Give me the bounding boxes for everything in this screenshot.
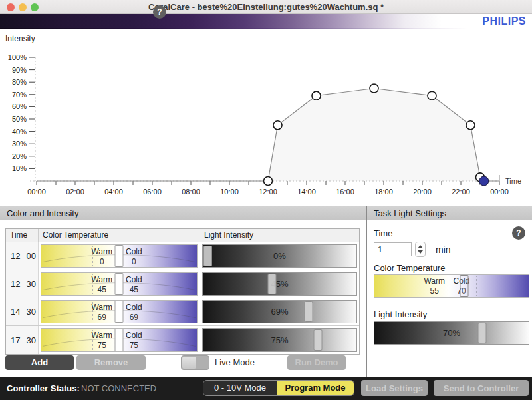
- row-time: 17 30: [6, 326, 39, 354]
- chart-setpoint[interactable]: [428, 91, 436, 100]
- row-light-intensity-cell[interactable]: 45%: [200, 270, 359, 298]
- stepper-up-icon[interactable]: [418, 245, 423, 248]
- chart-canvas[interactable]: 00:0002:0004:0006:0008:0010:0012:0014:00…: [0, 29, 532, 205]
- row-color-temperature-cell[interactable]: Warm 0 Cold 0: [39, 242, 200, 270]
- color-temperature-track[interactable]: Warm 55 Cold 70: [374, 274, 529, 298]
- row-color-temperature-cell[interactable]: Warm 75 Cold 75: [39, 326, 200, 354]
- x-tick-label: 06:00: [143, 188, 162, 196]
- row-time-hour: 12: [11, 279, 20, 289]
- y-axis-title: Intensity: [5, 34, 35, 43]
- status-help-button[interactable]: ?: [153, 5, 166, 19]
- task-time-input[interactable]: [374, 242, 412, 256]
- row-time-hour: 14: [11, 307, 20, 317]
- column-header-light-intensity: Light Intensity: [200, 229, 359, 242]
- light-intensity-handle[interactable]: [314, 329, 323, 351]
- y-tick-label: 40%: [12, 128, 27, 136]
- color-temperature-handle[interactable]: [460, 275, 468, 297]
- task-color-temperature-slider[interactable]: Warm 55 Cold 70: [374, 274, 529, 298]
- slider-gridline: [144, 274, 144, 294]
- live-mode-label: Live Mode: [215, 357, 255, 367]
- row-color-temperature-cell[interactable]: Warm 69 Cold 69: [39, 298, 200, 325]
- light-intensity-track[interactable]: 69%: [202, 300, 357, 323]
- chart-setpoint[interactable]: [264, 177, 273, 186]
- row-light-intensity-cell[interactable]: 75%: [200, 326, 359, 354]
- warm-label: Warm: [91, 303, 112, 312]
- task-time-unit: min: [436, 244, 451, 255]
- chart-setpoint[interactable]: [466, 121, 475, 130]
- light-intensity-track[interactable]: 0%: [202, 244, 357, 268]
- y-tick-label: 10%: [12, 164, 27, 172]
- cold-label: Cold: [126, 331, 142, 340]
- table-row[interactable]: 12 00 Warm 0 Cold 0: [6, 242, 359, 270]
- add-button[interactable]: Add: [5, 355, 74, 370]
- live-mode-toggle[interactable]: [181, 355, 209, 370]
- load-settings-button[interactable]: Load Settings: [361, 380, 428, 396]
- warm-label: Warm: [424, 276, 445, 286]
- x-axis-title: Time: [505, 177, 521, 185]
- task-light-settings-panel-title: Task Light Settings: [367, 206, 532, 220]
- task-help-button[interactable]: ?: [512, 226, 525, 240]
- slider-gridline: [144, 330, 144, 350]
- color-temperature-track[interactable]: Warm 69 Cold 69: [41, 300, 198, 323]
- light-intensity-track[interactable]: 45%: [202, 272, 357, 296]
- color-temperature-track[interactable]: Warm 0 Cold 0: [41, 244, 198, 268]
- color-and-intensity-panel-title: Color and Intensity: [0, 206, 366, 220]
- toggle-knob: [182, 357, 196, 369]
- x-tick-label: 14:00: [297, 188, 316, 196]
- table-row[interactable]: 17 30 Warm 75 Cold 75: [6, 326, 359, 354]
- row-time-minute: 30: [26, 335, 35, 345]
- light-intensity-handle[interactable]: [478, 323, 487, 343]
- intensity-chart[interactable]: 00:0002:0004:0006:0008:0010:0012:0014:00…: [0, 29, 532, 205]
- color-temperature-track[interactable]: Warm 75 Cold 75: [41, 328, 198, 352]
- table-row[interactable]: 14 30 Warm 69 Cold 69: [6, 298, 359, 326]
- current-time-marker: [479, 176, 489, 186]
- cold-label: Cold: [126, 275, 142, 284]
- light-intensity-track[interactable]: 75%: [202, 328, 357, 352]
- chart-setpoint[interactable]: [312, 91, 321, 100]
- x-tick-label: 08:00: [182, 188, 200, 196]
- color-temperature-handle[interactable]: [115, 273, 124, 295]
- row-light-intensity-cell[interactable]: 0%: [200, 242, 359, 270]
- warm-value: 0: [91, 257, 112, 267]
- light-intensity-handle[interactable]: [305, 301, 313, 322]
- warm-readout: Warm 55: [424, 276, 445, 296]
- warm-readout: Warm 0: [91, 247, 112, 267]
- program-mode-button[interactable]: Program Mode: [277, 381, 354, 395]
- color-temperature-handle[interactable]: [115, 329, 124, 351]
- send-to-controller-button[interactable]: Send to Controller: [434, 380, 529, 396]
- row-light-intensity-cell[interactable]: 69%: [200, 298, 359, 325]
- row-time: 12 00: [6, 242, 39, 270]
- warm-readout: Warm 45: [91, 275, 112, 295]
- philips-logo: PHILIPS: [482, 15, 526, 27]
- color-temperature-track[interactable]: Warm 45 Cold 45: [41, 272, 198, 296]
- run-demo-button[interactable]: Run Demo: [287, 355, 346, 370]
- task-light-intensity-slider[interactable]: 70%: [374, 321, 529, 345]
- brand-banner: PHILIPS: [0, 14, 532, 29]
- cold-readout: Cold 69: [126, 303, 142, 323]
- chart-setpoint[interactable]: [273, 121, 282, 130]
- window-title: CoralCare - beste%20Einstellung:gutes%20…: [0, 2, 532, 12]
- row-time: 14 30: [6, 298, 39, 325]
- controller-status-value: NOT CONNECTED: [81, 383, 156, 393]
- color-temperature-handle[interactable]: [115, 245, 124, 267]
- warm-value: 69: [91, 313, 112, 323]
- light-intensity-handle[interactable]: [203, 246, 212, 266]
- color-temperature-handle[interactable]: [115, 301, 124, 323]
- column-header-time: Time: [6, 229, 39, 242]
- table-row[interactable]: 12 30 Warm 45 Cold 45: [6, 270, 359, 298]
- cold-value: 75: [126, 341, 142, 351]
- row-color-temperature-cell[interactable]: Warm 45 Cold 45: [39, 270, 200, 298]
- row-time-hour: 17: [11, 335, 20, 345]
- x-tick-label: 04:00: [104, 188, 123, 196]
- light-intensity-track[interactable]: 70%: [374, 321, 529, 345]
- time-stepper[interactable]: [415, 242, 426, 257]
- chart-setpoint[interactable]: [370, 84, 378, 93]
- task-time-label: Time: [374, 228, 392, 238]
- row-time-minute: 00: [26, 251, 35, 261]
- x-tick-label: 10:00: [220, 188, 239, 196]
- mode-0-10v-button[interactable]: 0 - 10V Mode: [203, 381, 277, 395]
- y-tick-label: 20%: [12, 152, 27, 160]
- light-intensity-handle[interactable]: [267, 274, 276, 294]
- remove-button[interactable]: Remove: [76, 355, 146, 370]
- stepper-down-icon[interactable]: [418, 250, 423, 254]
